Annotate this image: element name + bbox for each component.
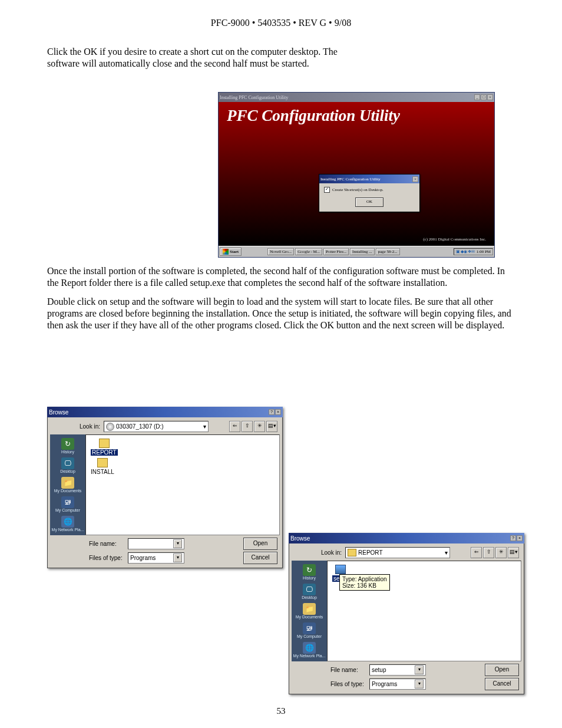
views-icon[interactable]: ▤▾: [508, 547, 519, 558]
shortcut-checkbox[interactable]: ✓: [324, 187, 330, 193]
place-desktop[interactable]: 🖵Desktop: [50, 456, 85, 475]
back-icon[interactable]: ⇐: [471, 547, 482, 558]
cd-drive-icon: [106, 423, 114, 431]
taskbar-item[interactable]: page 59-2...: [376, 248, 400, 255]
close-icon[interactable]: ×: [275, 409, 281, 415]
place-mycomputer[interactable]: 🖳My Computer: [50, 495, 85, 513]
browse1-title: Browse: [49, 409, 68, 416]
filename-field[interactable]: setup▾: [369, 664, 426, 676]
place-mydocuments[interactable]: 📁My Documents: [50, 476, 85, 494]
lookin-dropdown[interactable]: REPORT ▾: [345, 547, 450, 558]
application-icon: [335, 565, 346, 574]
filetype-dropdown[interactable]: Programs▾: [369, 678, 426, 690]
installer-window-titlebar: Installing PFC Configuration Utility _ □…: [219, 93, 494, 102]
filename-field[interactable]: ▾: [128, 538, 184, 549]
close-icon[interactable]: ×: [412, 176, 418, 182]
screenshot-browse-report: Browse ? × Look in: REPORT ▾ ⇐ ⇧ ✳ ▤▾: [289, 533, 524, 694]
file-list-area[interactable]: setup Type: Application Size: 136 KB: [327, 561, 521, 661]
place-mynetwork[interactable]: 🌐My Network Pla...: [50, 515, 85, 533]
inner-dialog-titlebar: Installing PFC Configuration Utility ×: [319, 174, 419, 183]
tray-icons: ▣◆◉❖✉: [456, 249, 475, 254]
close-icon[interactable]: ×: [487, 94, 493, 100]
place-mycomputer[interactable]: 🖳My Computer: [292, 621, 327, 640]
taskbar-item[interactable]: Potter Fire...: [323, 248, 349, 255]
close-icon[interactable]: ×: [517, 535, 523, 541]
open-button[interactable]: Open: [243, 538, 277, 550]
folder-install[interactable]: INSTALL: [88, 457, 117, 476]
folder-icon: [348, 549, 356, 556]
inner-dialog-title: Installing PFC Configuration Utility: [320, 177, 381, 182]
filename-label: File name:: [330, 667, 366, 673]
help-icon[interactable]: ?: [510, 535, 516, 541]
new-folder-icon[interactable]: ✳: [254, 421, 265, 432]
taskbar: Start Novell Gro... Google - M... Potter…: [219, 246, 494, 257]
lookin-value: 030307_1307 (D:): [116, 423, 164, 430]
shortcut-checkbox-label: Create Shortcut(s) on Desktop.: [332, 187, 384, 192]
cancel-button[interactable]: Cancel: [243, 552, 277, 564]
taskbar-item[interactable]: Novell Gro...: [267, 248, 294, 255]
folder-icon: [97, 458, 108, 467]
windows-logo-icon: [223, 249, 229, 255]
filetype-label: Files of type:: [330, 681, 366, 687]
screenshot-browse-cd: Browse ? × Look in: 030307_1307 (D:) ▾ ⇐…: [47, 407, 283, 568]
place-mydocuments[interactable]: 📁My Documents: [292, 602, 327, 620]
lookin-value: REPORT: [358, 549, 383, 556]
place-desktop[interactable]: 🖵Desktop: [292, 582, 327, 601]
filename-label: File name:: [89, 541, 124, 547]
help-icon[interactable]: ?: [269, 409, 275, 415]
lookin-label: Look in:: [80, 423, 100, 430]
chevron-down-icon[interactable]: ▾: [415, 680, 424, 689]
paragraph-3: Double click on setup and the software w…: [47, 296, 515, 331]
start-button[interactable]: Start: [220, 248, 242, 256]
file-tooltip: Type: Application Size: 136 KB: [339, 574, 390, 591]
filetype-label: Files of type:: [89, 555, 124, 561]
chevron-down-icon[interactable]: ▾: [415, 666, 424, 674]
doc-header: PFC-9000 • 5403535 • REV G • 9/08: [47, 18, 515, 28]
lookin-dropdown[interactable]: 030307_1307 (D:) ▾: [104, 421, 209, 432]
browse2-title: Browse: [290, 535, 310, 542]
open-button[interactable]: Open: [485, 664, 519, 676]
paragraph-1: Click the OK if you desire to create a s…: [47, 46, 353, 70]
new-folder-icon[interactable]: ✳: [495, 547, 507, 558]
minimize-icon[interactable]: _: [474, 94, 480, 100]
file-list-area[interactable]: REPORT INSTALL: [85, 434, 280, 535]
folder-icon: [99, 439, 110, 448]
screenshot-installer: Installing PFC Configuration Utility _ □…: [218, 92, 495, 258]
inner-dialog: Installing PFC Configuration Utility × ✓…: [319, 174, 420, 212]
maximize-icon[interactable]: □: [481, 94, 487, 100]
up-one-level-icon[interactable]: ⇧: [483, 547, 494, 558]
copyright-text: (c) 2001 Digital Communications Inc.: [227, 237, 486, 242]
back-icon[interactable]: ⇐: [229, 421, 240, 432]
lookin-label: Look in:: [321, 549, 342, 556]
cancel-button[interactable]: Cancel: [485, 678, 519, 690]
up-one-level-icon[interactable]: ⇧: [242, 421, 253, 432]
chevron-down-icon[interactable]: ▾: [173, 539, 182, 548]
filetype-dropdown[interactable]: Programs▾: [128, 552, 184, 564]
browse2-titlebar: Browse ? ×: [289, 533, 524, 543]
browse1-titlebar: Browse ? ×: [47, 407, 283, 417]
chevron-down-icon[interactable]: ▾: [173, 554, 182, 562]
installer-heading: PFC Configuration Utility: [227, 107, 486, 125]
ok-button[interactable]: OK: [355, 197, 384, 207]
paragraph-2: Once the install portion of the software…: [47, 265, 515, 289]
places-bar: ↻History 🖵Desktop 📁My Documents 🖳My Comp…: [292, 561, 327, 661]
places-bar: ↻History 🖵Desktop 📁My Documents 🖳My Comp…: [50, 434, 85, 535]
place-history[interactable]: ↻History: [292, 563, 327, 581]
views-icon[interactable]: ▤▾: [266, 421, 277, 432]
place-mynetwork[interactable]: 🌐My Network Pla...: [292, 641, 327, 659]
system-tray: ▣◆◉❖✉ 1:00 PM: [454, 248, 493, 255]
place-history[interactable]: ↻History: [50, 437, 85, 455]
folder-report[interactable]: REPORT: [88, 437, 120, 457]
installer-window-title: Installing PFC Configuration Utility: [220, 95, 288, 100]
taskbar-clock: 1:00 PM: [477, 249, 491, 254]
taskbar-item[interactable]: Google - M...: [295, 248, 322, 255]
page-number: 53: [0, 706, 562, 716]
taskbar-item[interactable]: Installing ...: [350, 248, 374, 255]
